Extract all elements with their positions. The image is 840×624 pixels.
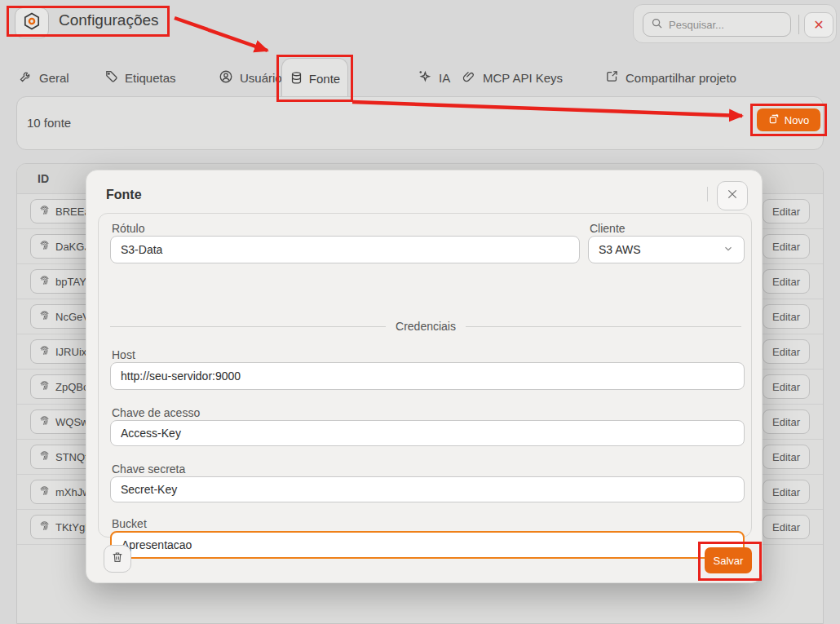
sparkles-icon — [418, 69, 432, 86]
app-logo-button[interactable] — [15, 7, 49, 38]
attachment-icon — [462, 69, 476, 86]
rotulo-input[interactable] — [110, 236, 580, 263]
tab-geral[interactable]: Geral — [19, 69, 69, 86]
fingerprint-icon — [38, 414, 51, 429]
tab-etiquetas[interactable]: Etiquetas — [104, 69, 176, 86]
header-divider — [798, 15, 799, 34]
fingerprint-icon — [38, 344, 51, 359]
new-fonte-button[interactable]: Novo — [757, 108, 820, 131]
copy-plus-icon — [768, 113, 780, 127]
edit-row-button[interactable]: Editar — [763, 480, 810, 504]
arrow-to-fonte-tab — [175, 18, 267, 51]
database-icon — [290, 71, 303, 87]
edit-row-button[interactable]: Editar — [763, 445, 810, 469]
modal-form-panel: Rótulo Cliente S3 AWS Credenciais Host C… — [98, 213, 752, 538]
edit-row-button[interactable]: Editar — [763, 374, 810, 399]
fonte-modal: Fonte Rótulo Cliente S3 AWS Credenciais … — [86, 170, 763, 583]
save-button[interactable]: Salvar — [705, 547, 752, 573]
delete-fonte-button[interactable] — [104, 545, 131, 573]
fingerprint-icon — [38, 449, 51, 464]
modal-header-divider — [707, 187, 708, 201]
new-button-label: Novo — [785, 114, 809, 126]
fingerprint-icon — [38, 309, 51, 324]
secret-key-input[interactable] — [110, 476, 745, 502]
credentials-divider-label: Credenciais — [396, 320, 456, 333]
tab-ia[interactable]: IA — [418, 69, 450, 86]
search-field[interactable] — [643, 12, 791, 37]
tab-label: Fonte — [309, 72, 340, 86]
edit-row-button[interactable]: Editar — [763, 269, 810, 294]
tab-label: IA — [439, 71, 450, 85]
user-circle-icon — [219, 69, 233, 86]
close-x-icon — [726, 188, 739, 204]
edit-row-button[interactable]: Editar — [763, 515, 810, 539]
edit-row-button[interactable]: Editar — [763, 339, 810, 364]
host-input[interactable] — [110, 362, 745, 390]
edit-row-button[interactable]: Editar — [763, 409, 810, 434]
edit-row-button[interactable]: Editar — [763, 304, 810, 329]
access-key-input[interactable] — [110, 420, 745, 446]
id-column-header: ID — [38, 172, 49, 185]
page-title: Configurações — [59, 11, 159, 29]
cliente-select[interactable]: S3 AWS — [588, 236, 745, 263]
cliente-label: Cliente — [590, 222, 626, 235]
share-icon — [605, 69, 619, 86]
credentials-divider: Credenciais — [110, 320, 741, 333]
search-input[interactable] — [669, 19, 775, 31]
bucket-label: Bucket — [112, 517, 147, 530]
tools-icon — [19, 69, 33, 86]
fingerprint-icon — [38, 379, 51, 394]
fingerprint-icon — [38, 204, 51, 219]
hexagon-logo-icon — [22, 11, 42, 34]
tab-compartilhar-projeto[interactable]: Compartilhar projeto — [605, 69, 736, 86]
access-key-label: Chave de acesso — [112, 406, 200, 419]
chevron-down-icon — [723, 243, 734, 257]
secret-key-label: Chave secreta — [112, 462, 185, 476]
fingerprint-icon — [38, 274, 51, 289]
settings-window: Configurações ✕ Geral Etiquetas Usuários… — [0, 0, 840, 624]
fingerprint-icon — [38, 485, 51, 499]
tab-label: Geral — [39, 71, 69, 85]
host-label: Host — [112, 348, 135, 361]
fonte-count-label: 10 fonte — [27, 116, 71, 130]
fingerprint-icon — [38, 520, 51, 534]
tag-icon — [104, 69, 118, 86]
edit-row-button[interactable]: Editar — [763, 234, 810, 259]
trash-icon — [111, 551, 124, 567]
tab-label: Compartilhar projeto — [626, 71, 736, 85]
bucket-input[interactable] — [110, 531, 745, 559]
cliente-selected-value: S3 AWS — [599, 243, 641, 256]
modal-title: Fonte — [106, 188, 142, 202]
tab-fonte[interactable]: Fonte — [281, 58, 348, 99]
tab-usuarios[interactable]: Usuários — [219, 69, 288, 86]
close-x-icon: ✕ — [813, 17, 824, 33]
tab-mcp-api-keys[interactable]: MCP API Keys — [462, 69, 563, 86]
tab-label: Etiquetas — [125, 71, 176, 85]
rotulo-label: Rótulo — [112, 222, 144, 235]
search-icon — [651, 17, 663, 33]
tab-label: MCP API Keys — [483, 71, 563, 85]
fingerprint-icon — [38, 239, 51, 254]
edit-row-button[interactable]: Editar — [763, 199, 810, 223]
close-window-button[interactable]: ✕ — [804, 12, 833, 38]
modal-close-button[interactable] — [717, 181, 748, 210]
fonte-toolbar — [16, 96, 824, 150]
